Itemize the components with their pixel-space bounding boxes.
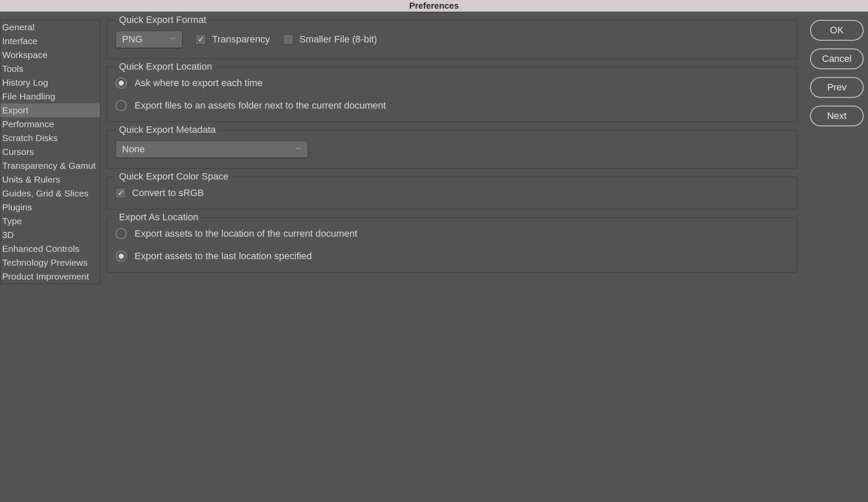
sidebar-item-guides-grid-slices[interactable]: Guides, Grid & Slices [0,187,100,200]
cancel-button[interactable]: Cancel [810,48,864,69]
transparency-checkbox[interactable] [196,34,206,45]
radio-assets-folder[interactable] [116,100,127,111]
chevron-down-icon: ﹀ [170,35,176,43]
quick-export-location-group: Quick Export Location Ask where to expor… [106,67,797,122]
export-as-legend: Export As Location [116,212,202,223]
metadata-legend: Quick Export Metadata [116,124,219,135]
location-legend: Quick Export Location [116,61,215,72]
radio-ask-where-label: Ask where to export each time [135,77,263,89]
radio-assets-folder-label: Export files to an assets folder next to… [135,100,386,111]
export-as-location-group: Export As Location Export assets to the … [106,217,797,273]
format-legend: Quick Export Format [116,14,210,26]
ok-button[interactable]: OK [810,20,864,41]
format-select-value: PNG [122,34,143,45]
sidebar-item-transparency-gamut[interactable]: Transparency & Gamut [0,159,100,173]
sidebar-item-interface[interactable]: Interface [0,34,100,48]
sidebar-item-workspace[interactable]: Workspace [0,48,100,62]
quick-export-metadata-group: Quick Export Metadata None ﹀ [106,130,797,169]
radio-last-location-label: Export assets to the last location speci… [135,251,312,262]
colorspace-legend: Quick Export Color Space [116,171,232,182]
sidebar-item-product-improvement[interactable]: Product Improvement [0,270,100,283]
convert-srgb-checkbox[interactable] [116,188,126,198]
sidebar-item-units-rulers[interactable]: Units & Rulers [0,173,100,187]
quick-export-color-space-group: Quick Export Color Space Convert to sRGB [106,177,797,209]
smaller-file-checkbox[interactable] [283,34,293,45]
sidebar-item-scratch-disks[interactable]: Scratch Disks [0,131,100,145]
transparency-label: Transparency [212,34,270,45]
sidebar-item-plugins[interactable]: Plugins [0,200,100,214]
radio-current-doc-label: Export assets to the location of the cur… [135,228,357,239]
window-title: Preferences [0,0,868,12]
sidebar-item-file-handling[interactable]: File Handling [0,90,100,103]
sidebar-item-technology-previews[interactable]: Technology Previews [0,256,100,270]
next-button[interactable]: Next [810,106,864,126]
sidebar-item-tools[interactable]: Tools [0,62,100,76]
sidebar-item-history-log[interactable]: History Log [0,76,100,90]
quick-export-format-group: Quick Export Format PNG ﹀ Transparency S… [106,20,797,59]
sidebar-item-performance[interactable]: Performance [0,117,100,131]
sidebar-item-general[interactable]: General [0,20,100,34]
metadata-select[interactable]: None ﹀ [116,141,308,158]
convert-srgb-label: Convert to sRGB [132,187,204,199]
sidebar-item-export[interactable]: Export [0,103,100,117]
radio-last-location[interactable] [116,251,127,262]
smaller-file-label: Smaller File (8-bit) [299,34,377,45]
preferences-categories: General Interface Workspace Tools Histor… [0,20,100,284]
prev-button[interactable]: Prev [810,77,864,98]
chevron-down-icon: ﹀ [296,145,302,153]
format-select[interactable]: PNG ﹀ [116,31,183,48]
sidebar-item-3d[interactable]: 3D [0,228,100,242]
radio-ask-where[interactable] [116,77,127,89]
sidebar-item-enhanced-controls[interactable]: Enhanced Controls [0,242,100,256]
sidebar-item-cursors[interactable]: Cursors [0,145,100,159]
metadata-select-value: None [122,144,145,155]
sidebar-item-type[interactable]: Type [0,214,100,228]
radio-current-doc-location[interactable] [116,228,127,239]
